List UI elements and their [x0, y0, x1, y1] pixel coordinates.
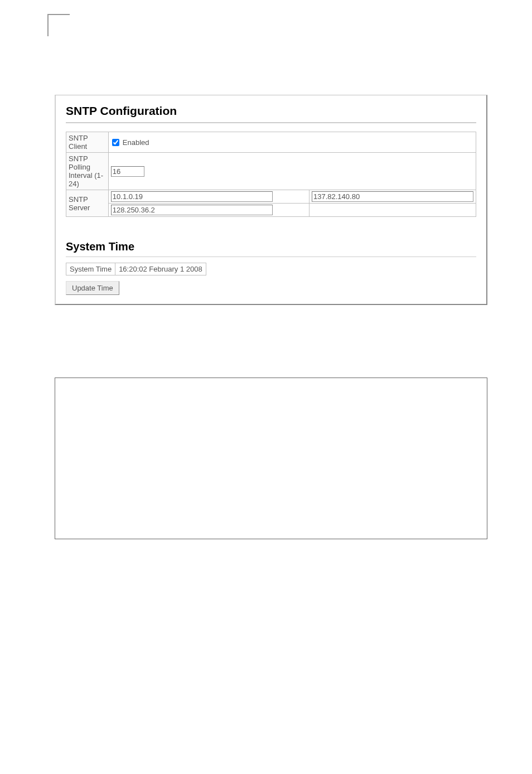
update-time-button[interactable]: Update Time [66, 281, 119, 295]
page-corner-bracket [47, 14, 70, 36]
sntp-server3-input[interactable] [111, 205, 273, 215]
sntp-polling-input[interactable] [111, 166, 144, 177]
empty-content-box [55, 378, 487, 539]
sntp-server2-cell [309, 190, 476, 204]
sntp-config-heading: SNTP Configuration [66, 104, 476, 118]
sntp-server-row-1: SNTP Server [66, 190, 476, 204]
sntp-server1-cell [108, 190, 309, 204]
sntp-client-row: SNTP Client Enabled [66, 132, 476, 153]
sntp-config-panel: SNTP Configuration SNTP Client Enabled S… [55, 95, 487, 305]
section-spacer [66, 217, 476, 240]
system-time-divider [66, 257, 476, 257]
sntp-heading-divider [66, 122, 476, 123]
sntp-server2-input[interactable] [312, 191, 473, 202]
sntp-config-table: SNTP Client Enabled SNTP Polling Interva… [66, 132, 476, 217]
sntp-client-enabled-label: Enabled [123, 138, 149, 147]
sntp-polling-row: SNTP Polling Interval (1-24) [66, 153, 476, 190]
sntp-polling-label: SNTP Polling Interval (1-24) [66, 153, 109, 190]
sntp-server-row-2 [66, 204, 476, 217]
system-time-row: System Time 16:20:02 February 1 2008 [66, 263, 206, 275]
system-time-label: System Time [66, 263, 115, 275]
system-time-heading: System Time [66, 240, 476, 253]
sntp-client-label: SNTP Client [66, 132, 109, 153]
sntp-server3-cell [108, 204, 309, 217]
sntp-server-label: SNTP Server [66, 190, 109, 217]
sntp-server4-cell [309, 204, 476, 217]
sntp-server1-input[interactable] [111, 191, 273, 202]
sntp-client-cell: Enabled [108, 132, 476, 153]
sntp-client-enabled-checkbox[interactable] [112, 139, 119, 146]
system-time-value: 16:20:02 February 1 2008 [115, 263, 206, 275]
system-time-table: System Time 16:20:02 February 1 2008 [66, 263, 206, 275]
sntp-polling-cell [108, 153, 476, 190]
